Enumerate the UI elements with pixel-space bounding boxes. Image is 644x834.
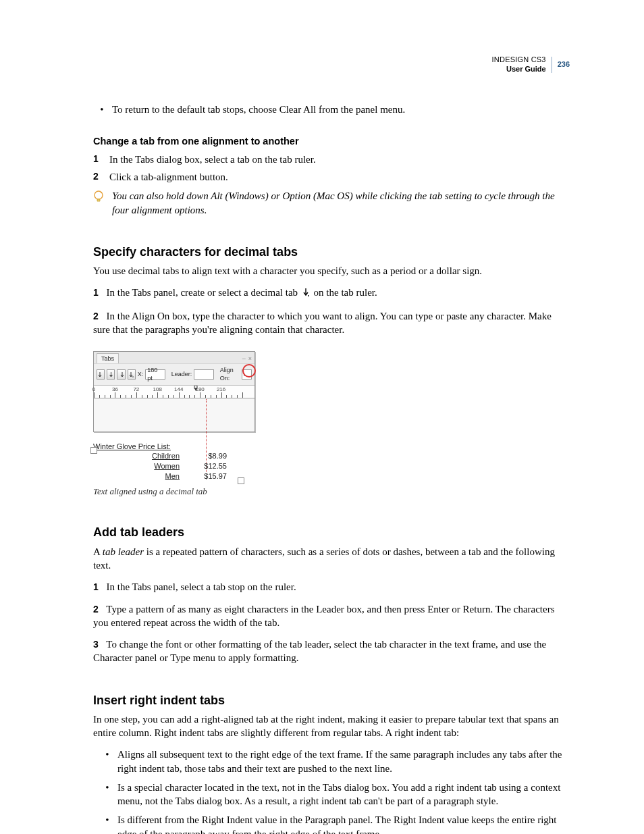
step-text: In the Tabs panel, create or select a de… bbox=[107, 287, 300, 298]
doc-title: User Guide bbox=[492, 65, 546, 74]
step-row: 2 In the Align On box, type the characte… bbox=[93, 309, 570, 337]
figure-tabs-panel: Tabs – × bbox=[93, 351, 255, 497]
example-value: $15.97 bbox=[186, 471, 227, 481]
close-icon: × bbox=[248, 355, 252, 363]
x-label: X: bbox=[138, 370, 144, 378]
step-text: In the Align On box, type the character … bbox=[93, 311, 552, 335]
body-bullet: • Aligns all subsequent text to the righ… bbox=[99, 748, 570, 775]
figure-caption: Text aligned using a decimal tab bbox=[93, 486, 255, 498]
body-text: Is a special character located in the te… bbox=[117, 781, 570, 808]
example-label: Women bbox=[93, 461, 186, 471]
body-bullet: • Is a special character located in the … bbox=[99, 781, 570, 808]
body-text: To return to the default tab stops, choo… bbox=[112, 103, 405, 116]
decimal-tab-button bbox=[128, 369, 136, 380]
step-text: In the Tabs dialog box, select a tab on … bbox=[109, 153, 316, 166]
section-title-tab-leaders: Add tab leaders bbox=[93, 524, 570, 540]
frame-handle-icon bbox=[238, 477, 244, 484]
tab-ruler: 03672108144180216 bbox=[94, 385, 254, 398]
leader-label: Leader: bbox=[171, 370, 192, 378]
example-value: $8.99 bbox=[186, 451, 227, 461]
section-title-decimal-tabs: Specify characters for decimal tabs bbox=[93, 244, 570, 260]
leader-value-field bbox=[194, 369, 213, 380]
tip-text: You can also hold down Alt (Windows) or … bbox=[112, 189, 570, 217]
frame-handle-icon bbox=[90, 447, 97, 454]
header-separator bbox=[552, 57, 552, 73]
task-title-change-alignment: Change a tab from one alignment to anoth… bbox=[93, 135, 570, 149]
body-bullet: • To return to the default tab stops, ch… bbox=[93, 103, 570, 116]
bullet-icon: • bbox=[104, 781, 111, 808]
step-row: 1 In the Tabs panel, select a tab stop o… bbox=[93, 580, 570, 594]
svg-point-8 bbox=[132, 376, 134, 377]
bullet-icon: • bbox=[104, 813, 111, 834]
step-row: 3 To change the font or other formatting… bbox=[93, 637, 570, 665]
figure-example-text: Winter Glove Price List: Children $8.99 … bbox=[93, 442, 242, 481]
bullet-icon: • bbox=[104, 748, 111, 775]
body-text: You use decimal tabs to align text with … bbox=[93, 264, 570, 278]
svg-point-1 bbox=[101, 192, 102, 193]
page-number: 236 bbox=[558, 60, 570, 70]
lightbulb-icon bbox=[93, 190, 105, 207]
step-text: on the tab ruler. bbox=[314, 287, 377, 298]
center-tab-button bbox=[107, 369, 115, 380]
step-row: 2 Type a pattern of as many as eight cha… bbox=[93, 602, 570, 630]
step-number: 1 bbox=[93, 287, 99, 298]
x-value-field: 180 pt bbox=[145, 369, 165, 380]
decimal-tab-icon bbox=[302, 287, 310, 301]
step-text: In the Tabs panel, select a tab stop on … bbox=[107, 581, 296, 592]
step-number: 2 bbox=[93, 311, 99, 321]
step-row: 1 In the Tabs panel, create or select a … bbox=[93, 286, 570, 301]
section-title-right-indent-tabs: Insert right indent tabs bbox=[93, 692, 570, 708]
italic-term: tab leader bbox=[103, 546, 144, 557]
step-row: 1 In the Tabs dialog box, select a tab o… bbox=[93, 153, 570, 166]
step-number: 2 bbox=[93, 170, 103, 184]
panel-tab-label: Tabs bbox=[97, 353, 119, 363]
body-text: A tab leader is a repeated pattern of ch… bbox=[93, 545, 570, 573]
align-on-label: Align On: bbox=[220, 366, 240, 382]
running-header: INDESIGN CS3 User Guide 236 bbox=[492, 55, 570, 74]
tip-row: You can also hold down Alt (Windows) or … bbox=[93, 189, 570, 217]
example-title: Winter Glove Price List: bbox=[93, 442, 242, 452]
step-number: 2 bbox=[93, 604, 99, 615]
example-row: Women $12.55 bbox=[93, 461, 242, 471]
right-tab-button bbox=[117, 369, 125, 380]
minimize-icon: – bbox=[242, 355, 246, 363]
step-number: 3 bbox=[93, 639, 99, 650]
bullet-icon: • bbox=[99, 103, 105, 116]
body-bullet: • Is different from the Right Indent val… bbox=[99, 813, 570, 834]
body-text: In one step, you can add a right-aligned… bbox=[93, 712, 570, 740]
body-text: Is different from the Right Indent value… bbox=[117, 813, 570, 834]
step-text: Type a pattern of as many as eight chara… bbox=[93, 604, 555, 628]
tabs-panel: Tabs – × bbox=[93, 351, 255, 432]
body-text: Aligns all subsequent text to the right … bbox=[117, 748, 570, 775]
panel-blank-area bbox=[94, 398, 254, 432]
step-row: 2 Click a tab-alignment button. bbox=[93, 170, 570, 184]
example-row: Men $15.97 bbox=[93, 471, 242, 481]
example-row: Children $8.99 bbox=[93, 451, 242, 461]
product-title: INDESIGN CS3 bbox=[492, 55, 546, 65]
align-on-value-field: . bbox=[242, 369, 252, 380]
left-tab-button bbox=[97, 369, 105, 380]
step-number: 1 bbox=[93, 581, 99, 592]
example-value: $12.55 bbox=[186, 461, 227, 471]
example-label: Men bbox=[93, 471, 186, 481]
step-text: Click a tab-alignment button. bbox=[109, 170, 228, 184]
svg-point-3 bbox=[308, 295, 309, 296]
example-label: Children bbox=[93, 451, 186, 461]
step-number: 1 bbox=[93, 153, 103, 166]
step-text: To change the font or other formatting o… bbox=[93, 639, 546, 663]
